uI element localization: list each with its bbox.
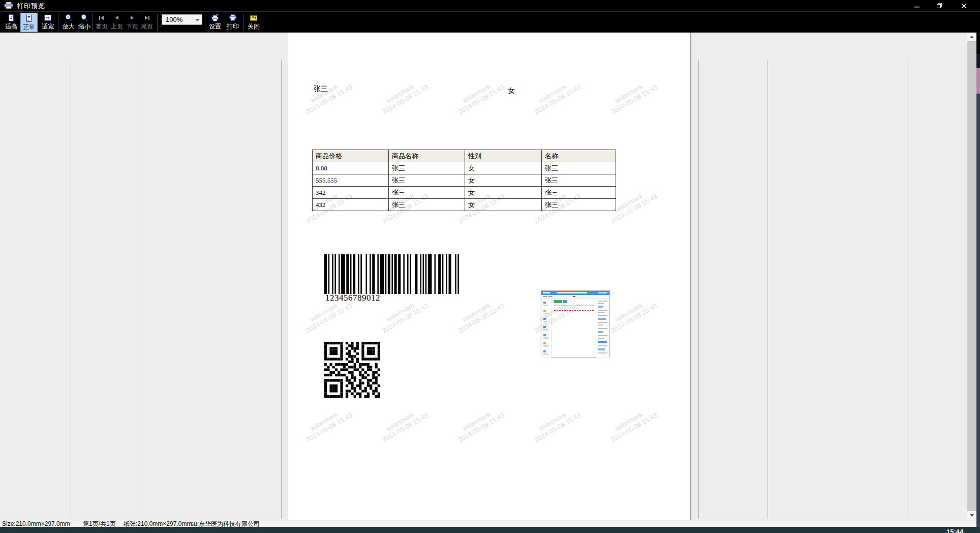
restore-icon <box>936 3 942 9</box>
titlebar: 打印预览 <box>0 0 980 11</box>
normal-view-icon <box>24 14 34 23</box>
close-button[interactable] <box>953 0 975 11</box>
zoom-in-icon <box>64 13 73 22</box>
mini-toolbar-chip <box>554 300 562 303</box>
cell: 女 <box>465 199 542 211</box>
cell: 张三 <box>389 199 465 211</box>
status-paper: 纸张:210.0mm×297.0mm <box>124 520 192 527</box>
button-label: 适宽 <box>42 23 54 30</box>
first-page-button[interactable]: 首页 <box>94 13 109 32</box>
table-row: 555.555 张三 女 张三 <box>313 174 616 187</box>
chevron-down-icon <box>195 19 199 21</box>
table-header-row: 商品价格 商品名称 性别 名称 <box>313 150 616 162</box>
button-label: 打印 <box>227 23 239 30</box>
embedded-designer-screenshot <box>541 290 610 358</box>
next-page-icon <box>128 13 137 22</box>
chevron-up-icon <box>970 36 974 38</box>
first-page-icon <box>97 13 106 22</box>
next-page-button[interactable]: 下页 <box>125 13 140 32</box>
button-label: 放大 <box>63 23 75 30</box>
fit-width-icon <box>43 13 52 22</box>
minimize-icon <box>914 3 920 9</box>
watermark: watermark2024-05-08 15:43 <box>300 514 353 520</box>
watermark: watermark2024-05-08 15:43 <box>605 295 658 334</box>
watermark: watermark2024-05-08 15:43 <box>453 514 506 520</box>
doc-name-field: 张三 <box>314 84 328 94</box>
fit-height-icon <box>7 13 16 22</box>
zoom-out-button[interactable]: 缩小 <box>76 13 93 32</box>
col-header: 商品名称 <box>389 150 465 162</box>
guide-line <box>768 60 768 519</box>
watermark: watermark2024-05-08 15:43 <box>453 295 506 334</box>
col-header: 性别 <box>465 150 542 162</box>
toolbar: 适高 正常 适宽 放大 缩小 <box>0 11 980 33</box>
print-preview-window: 打印预览 适高 正常 <box>0 0 980 533</box>
watermark: watermark2024-05-08 15:43 <box>377 404 430 443</box>
button-label: 关闭 <box>248 23 260 30</box>
cell: 女 <box>465 174 542 187</box>
mini-titlebar <box>541 291 609 295</box>
toolbar-separator <box>157 14 158 31</box>
vertical-scrollbar[interactable] <box>967 33 976 520</box>
print-button[interactable]: 打印 <box>224 13 241 32</box>
guide-line <box>141 60 141 519</box>
button-label: 尾页 <box>141 23 153 30</box>
table-row: 8.88 张三 女 张三 <box>313 162 616 174</box>
cell: 555.555 <box>313 174 389 187</box>
watermark: watermark2024-05-08 15:43 <box>300 404 353 443</box>
toolbar-separator <box>58 14 58 31</box>
watermark: watermark2024-05-08 15:43 <box>529 76 582 115</box>
product-table: 商品价格 商品名称 性别 名称 8.88 张三 女 张三 555.555 张三 … <box>312 150 616 211</box>
restore-button[interactable] <box>928 0 951 11</box>
mini-red-dashed-line <box>554 310 594 311</box>
watermark: watermark2024-05-08 15:43 <box>605 514 658 520</box>
status-company: su:东华医为科技有限公司 <box>191 520 260 527</box>
chevron-down-icon <box>970 514 974 517</box>
prev-page-button[interactable]: 上页 <box>109 13 125 32</box>
button-label: 上页 <box>111 23 123 30</box>
toolbar-separator <box>205 14 205 31</box>
cell: 张三 <box>389 187 465 199</box>
button-label: 设置 <box>209 23 221 30</box>
status-page-info: 第1页/共1页 <box>83 520 116 527</box>
print-icon <box>228 13 237 22</box>
cell: 张三 <box>542 199 616 211</box>
fit-width-button[interactable]: 适宽 <box>39 13 56 32</box>
toolbar-separator <box>92 14 93 31</box>
scrollbar-thumb[interactable] <box>967 41 976 511</box>
toolbar-separator <box>243 14 243 31</box>
close-icon <box>961 3 967 9</box>
last-page-button[interactable]: 尾页 <box>139 13 155 32</box>
watermark: watermark2024-05-08 15:43 <box>453 404 506 443</box>
settings-button[interactable]: 设置 <box>206 13 224 32</box>
barcode <box>324 254 462 296</box>
minimize-button[interactable] <box>906 0 928 11</box>
table-row: 432 张三 女 张三 <box>313 199 616 211</box>
close-preview-button[interactable]: 关闭 <box>245 13 262 32</box>
button-label: 缩小 <box>78 23 90 30</box>
fit-height-button[interactable]: 适高 <box>3 13 19 32</box>
zoom-level-select[interactable]: 100% <box>162 14 202 25</box>
zoom-in-button[interactable]: 放大 <box>60 13 77 32</box>
zoom-out-icon <box>80 13 89 22</box>
cell: 张三 <box>389 162 465 174</box>
document-page: 张三 女 商品价格 商品名称 性别 名称 8.88 张三 女 张三 555.55… <box>288 33 690 520</box>
status-bar: Size:210.0mm×297.0mm 第1页/共1页 纸张:210.0mm×… <box>0 520 980 527</box>
guide-line <box>698 60 699 519</box>
button-label: 正常 <box>23 23 35 31</box>
scroll-down-button[interactable] <box>967 511 976 520</box>
normal-view-button[interactable]: 正常 <box>20 13 38 32</box>
qr-code <box>324 342 380 398</box>
mini-toolbar-row <box>554 305 595 306</box>
scroll-up-button[interactable] <box>967 33 976 41</box>
mini-sidebar <box>541 299 552 358</box>
cell: 张三 <box>542 174 616 187</box>
guide-line <box>907 60 907 519</box>
mini-toolbar-chip <box>563 300 567 303</box>
guide-line <box>71 60 71 519</box>
watermark: watermark2024-05-08 15:43 <box>300 76 353 115</box>
cell: 女 <box>465 162 542 174</box>
doc-gender-field: 女 <box>508 86 515 96</box>
last-page-icon <box>142 13 151 22</box>
watermark: watermark2024-05-08 15:43 <box>377 514 430 520</box>
